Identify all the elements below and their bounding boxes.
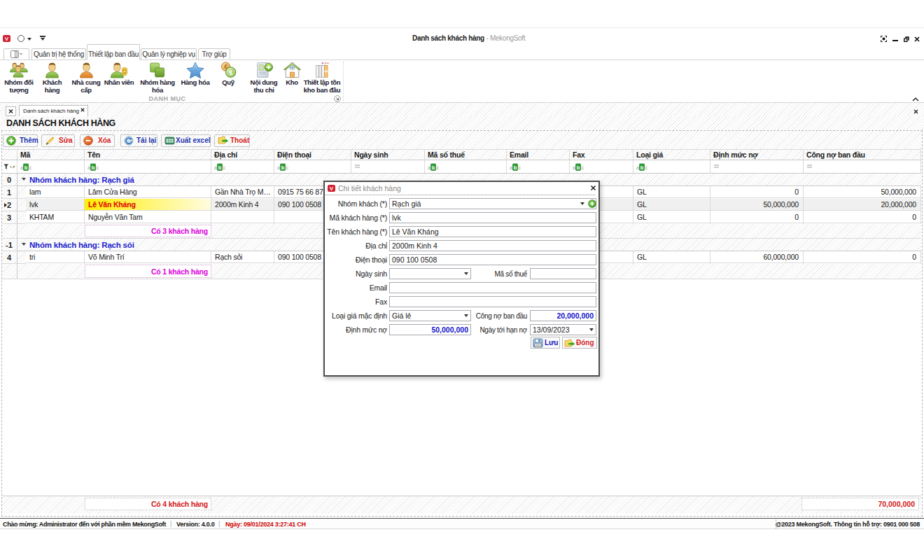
svg-text:c: c: [582, 165, 584, 170]
svg-text:c: c: [519, 165, 522, 170]
svg-text:c: c: [286, 165, 289, 170]
svg-text:V: V: [5, 36, 9, 42]
svg-text:a: a: [277, 165, 280, 170]
svg-text:a: a: [510, 165, 512, 170]
svg-text:c: c: [223, 165, 226, 170]
svg-text:b: b: [218, 164, 222, 171]
svg-text:b: b: [432, 164, 435, 171]
svg-text:b: b: [640, 164, 644, 171]
svg-text:a: a: [214, 165, 217, 170]
svg-text:b: b: [577, 164, 580, 171]
svg-text:b: b: [92, 164, 95, 171]
svg-text:a: a: [428, 165, 430, 170]
svg-text:a: a: [20, 165, 23, 170]
svg-text:a: a: [636, 165, 639, 170]
svg-text:b: b: [514, 164, 517, 171]
svg-text:b: b: [281, 164, 285, 171]
svg-text:$: $: [229, 69, 233, 76]
svg-text:c: c: [29, 165, 32, 170]
svg-text:a: a: [88, 165, 90, 170]
svg-text:c: c: [645, 165, 648, 170]
svg-text:a: a: [573, 165, 575, 170]
svg-text:c: c: [437, 165, 440, 170]
svg-text:b: b: [24, 164, 28, 171]
svg-text:c: c: [97, 165, 99, 170]
svg-text:V: V: [330, 186, 334, 192]
